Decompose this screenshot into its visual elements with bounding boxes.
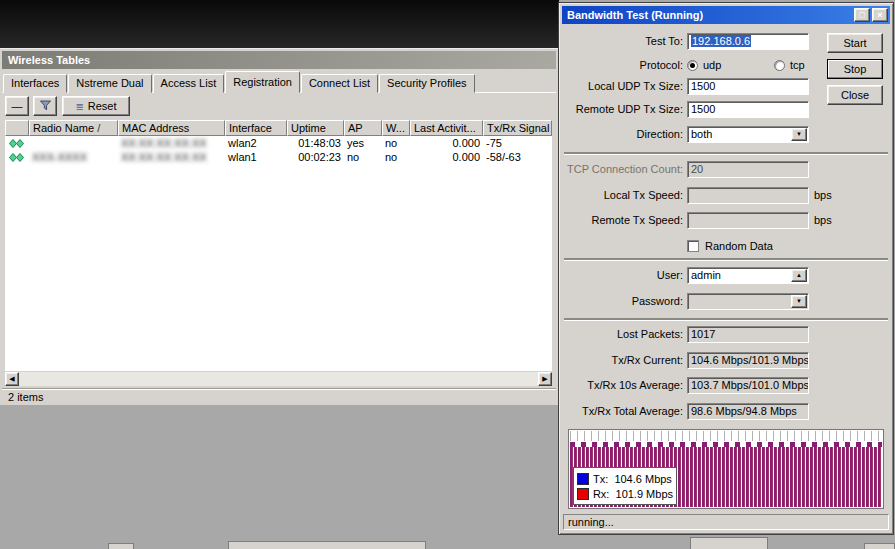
user-label: User: <box>562 267 683 284</box>
bandwidth-status-text: running... <box>568 516 614 528</box>
direction-row: Direction: both ▼ <box>562 126 890 144</box>
bandwidth-titlebar[interactable]: Bandwidth Test (Running) □ × <box>562 6 890 24</box>
horizontal-scrollbar[interactable]: ◀ ▶ <box>5 372 552 386</box>
txrx-10s-average-field: 103.7 Mbps/101.0 Mbps <box>687 377 809 394</box>
column-header-icon[interactable] <box>5 120 29 136</box>
bandwidth-chart: Tx: 104.6 Mbps Rx: 101.9 Mbps <box>568 429 884 509</box>
tab-registration[interactable]: Registration <box>225 71 300 93</box>
password-field[interactable]: ▼ <box>687 293 809 310</box>
table-row[interactable]: XXX-XXXX XX:XX:XX:XX:XX wlan1 00:02:23 n… <box>5 150 552 164</box>
column-header-wds[interactable]: W... <box>382 120 410 136</box>
chart-legend: Tx: 104.6 Mbps Rx: 101.9 Mbps <box>573 467 677 505</box>
chart-gridlines <box>570 431 882 441</box>
sort-indicator-icon: / <box>97 122 100 134</box>
remote-tx-speed-field <box>687 212 809 229</box>
protocol-label: Protocol: <box>562 57 683 74</box>
reset-icon: ≣ <box>75 101 83 112</box>
chevron-down-icon[interactable]: ▼ <box>791 128 807 141</box>
txrx-total-average-field: 98.6 Mbps/94.8 Mbps <box>687 403 809 420</box>
cell-wds: no <box>382 136 410 150</box>
cell-radio-name: XXX-XXXX <box>29 150 118 164</box>
local-udp-tx-size-field[interactable]: 1500 <box>687 78 809 95</box>
rx-legend-label: Rx: 101.9 Mbps <box>593 488 673 500</box>
tcp-label[interactable]: tcp <box>790 57 805 74</box>
user-value: admin <box>691 269 721 281</box>
cell-interface: wlan1 <box>225 150 287 164</box>
bandwidth-test-window: Bandwidth Test (Running) □ × Test To: 19… <box>558 2 894 535</box>
close-button[interactable]: Close <box>827 85 883 105</box>
wireless-station-icon <box>5 153 29 162</box>
background-window-fragment <box>108 543 134 549</box>
column-header-mac-address[interactable]: MAC Address <box>118 120 225 136</box>
tab-nstreme-dual[interactable]: Nstreme Dual <box>68 74 151 93</box>
remote-udp-tx-size-label: Remote UDP Tx Size: <box>562 101 683 118</box>
column-header-radio-name[interactable]: Radio Name/ <box>29 120 118 136</box>
tcp-connection-count-field: 20 <box>687 161 809 178</box>
cell-last-activity: 0.000 <box>410 136 483 150</box>
cell-wds: no <box>382 150 410 164</box>
txrx-current-row: Tx/Rx Current: 104.6 Mbps/101.9 Mbps <box>562 352 890 370</box>
tx-legend-label: Tx: 104.6 Mbps <box>593 473 672 485</box>
direction-value: both <box>691 128 712 140</box>
table-row[interactable]: XX:XX:XX:XX:XX wlan2 01:48:03 yes no 0.0… <box>5 136 552 150</box>
filter-funnel-icon <box>39 99 52 114</box>
screen: { "wireless_window": { "title": "Wireles… <box>0 0 895 549</box>
txrx-10s-average-row: Tx/Rx 10s Average: 103.7 Mbps/101.0 Mbps <box>562 377 890 395</box>
random-data-checkbox[interactable] <box>687 240 699 252</box>
tab-access-list[interactable]: Access List <box>153 74 225 93</box>
local-tx-speed-row: Local Tx Speed: bps <box>562 187 890 205</box>
tcp-radio[interactable] <box>774 60 785 71</box>
tab-security-profiles[interactable]: Security Profiles <box>379 74 474 93</box>
legend-rx-row: Rx: 101.9 Mbps <box>577 486 673 501</box>
password-label: Password: <box>562 293 683 310</box>
cell-interface: wlan2 <box>225 136 287 150</box>
remove-button[interactable]: — <box>5 96 29 116</box>
scroll-right-icon[interactable]: ▶ <box>538 372 552 386</box>
cell-uptime: 00:02:23 <box>287 150 344 164</box>
start-button[interactable]: Start <box>827 33 883 53</box>
column-header-ap[interactable]: AP <box>344 120 382 136</box>
background-dark-area <box>0 0 559 48</box>
direction-dropdown[interactable]: both ▼ <box>687 126 809 143</box>
background-window-fragment <box>864 543 895 549</box>
random-data-label[interactable]: Random Data <box>705 238 773 254</box>
background-window-fragment <box>690 537 768 549</box>
separator <box>564 152 888 154</box>
remote-tx-speed-label: Remote Tx Speed: <box>562 212 683 229</box>
txrx-total-average-label: Tx/Rx Total Average: <box>562 403 683 420</box>
chevron-up-icon[interactable]: ▲ <box>791 269 807 282</box>
registration-list: XX:XX:XX:XX:XX wlan2 01:48:03 yes no 0.0… <box>5 136 552 371</box>
test-to-value: 192.168.0.6 <box>691 35 751 47</box>
column-header-interface[interactable]: Interface <box>225 120 287 136</box>
test-to-field[interactable]: 192.168.0.6 <box>687 33 809 50</box>
lost-packets-label: Lost Packets: <box>562 326 683 343</box>
cell-signal: -58/-63 <box>483 150 552 164</box>
user-field[interactable]: admin ▲ <box>687 267 809 284</box>
tab-connect-list[interactable]: Connect List <box>301 74 378 93</box>
wireless-tables-titlebar[interactable]: Wireless Tables <box>2 51 556 69</box>
cell-mac-address: XX:XX:XX:XX:XX <box>118 136 225 150</box>
tab-interfaces[interactable]: Interfaces <box>3 74 67 93</box>
bandwidth-status-bar: running... <box>563 514 889 530</box>
registration-table-header: Radio Name/ MAC Address Interface Uptime… <box>5 120 552 136</box>
udp-radio[interactable] <box>687 60 698 71</box>
remote-tx-speed-row: Remote Tx Speed: bps <box>562 212 890 230</box>
column-header-uptime[interactable]: Uptime <box>287 120 344 136</box>
stop-button[interactable]: Stop <box>827 59 883 79</box>
udp-label[interactable]: udp <box>703 57 721 74</box>
restore-icon[interactable]: □ <box>854 8 870 22</box>
reset-button[interactable]: ≣ Reset <box>62 96 130 116</box>
scroll-left-icon[interactable]: ◀ <box>5 372 19 386</box>
cell-ap: no <box>344 150 382 164</box>
remote-udp-tx-size-field[interactable]: 1500 <box>687 101 809 118</box>
items-count: 2 items <box>8 391 43 403</box>
txrx-10s-average-label: Tx/Rx 10s Average: <box>562 377 683 394</box>
filter-button[interactable] <box>33 96 57 116</box>
column-header-last-activity[interactable]: Last Activit... <box>410 120 483 136</box>
chevron-down-icon[interactable]: ▼ <box>791 295 807 308</box>
column-header-signal[interactable]: Tx/Rx Signal ... <box>483 120 552 136</box>
remove-icon: — <box>12 100 23 112</box>
close-icon[interactable]: × <box>872 8 888 22</box>
reset-label: Reset <box>88 100 117 112</box>
local-tx-speed-field <box>687 187 809 204</box>
